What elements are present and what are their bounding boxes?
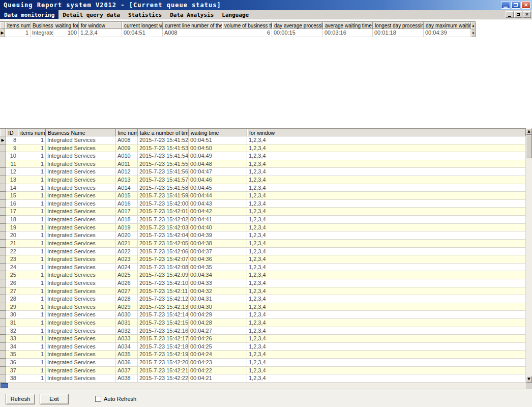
mdi-minimize-button[interactable]	[506, 11, 514, 18]
cell-for-window: 1,2,3,4	[247, 311, 526, 319]
scroll-down-icon[interactable]: ▼	[526, 376, 532, 383]
cell-business-name: Integrated Services	[46, 152, 116, 160]
exit-button[interactable]: Exit	[40, 394, 69, 404]
row-selector	[0, 335, 6, 343]
row-selector	[0, 144, 6, 153]
scroll-down-icon[interactable]: ▼	[471, 30, 476, 37]
menu-item-data-monitoring[interactable]: Data monitoring	[0, 10, 58, 19]
restore-button[interactable]	[511, 1, 520, 9]
queue-row[interactable]: 131Integrated ServicesA0132015-7-23 15:4…	[0, 176, 526, 184]
queue-row[interactable]: 191Integrated ServicesA0192015-7-23 15:4…	[0, 224, 526, 232]
queue-grid-hscrollbar[interactable]	[0, 383, 526, 389]
col-header-day-max-waiting: day maximum waiting tim	[424, 22, 471, 29]
queue-row[interactable]: 181Integrated ServicesA0182015-7-23 15:4…	[0, 216, 526, 224]
hscroll-thumb[interactable]	[1, 383, 8, 388]
cell-id: 22	[6, 248, 18, 256]
cell-business-name: Integrated Services	[46, 255, 116, 264]
queue-row[interactable]: ▶81Integrated ServicesA0082015-7-23 15:4…	[0, 136, 526, 144]
summary-grid-row[interactable]: ▶1Integrated S1001,2,3,400:04:51A008600:…	[0, 29, 476, 37]
cell-take-time: 2015-7-23 15:42:11	[138, 287, 189, 296]
queue-row[interactable]: 201Integrated ServicesA0202015-7-23 15:4…	[0, 231, 526, 240]
cell-for-window: 1,2,3,4	[247, 168, 526, 176]
row-selector	[0, 200, 6, 208]
queue-row[interactable]: 381Integrated ServicesA0382015-7-23 15:4…	[0, 374, 526, 383]
col-header-take-time: take a number of time	[138, 129, 189, 136]
cell-id: 34	[6, 343, 18, 351]
cell-items-number: 1	[18, 374, 46, 383]
cell-items-number: 1	[18, 216, 46, 224]
queue-row[interactable]: 161Integrated ServicesA0162015-7-23 15:4…	[0, 200, 526, 208]
queue-row[interactable]: 171Integrated ServicesA0172015-7-23 15:4…	[0, 208, 526, 216]
auto-refresh-checkbox[interactable]	[95, 396, 101, 402]
menu-item-language[interactable]: Language	[218, 10, 253, 19]
cell-waiting-time: 00:04:48	[189, 160, 247, 168]
cell-items-number: 1	[18, 192, 46, 200]
queue-row[interactable]: 141Integrated ServicesA0142015-7-23 15:4…	[0, 184, 526, 192]
cell-items-number: 1	[18, 224, 46, 232]
queue-row[interactable]: 241Integrated ServicesA0242015-7-23 15:4…	[0, 264, 526, 272]
refresh-button[interactable]: Refresh	[6, 394, 35, 404]
queue-row[interactable]: 371Integrated ServicesA0372015-7-23 15:4…	[0, 367, 526, 375]
col-header-business-name: Business Name	[46, 129, 116, 136]
close-button[interactable]: ×	[521, 1, 530, 9]
cell-id: 29	[6, 303, 18, 311]
row-selector	[0, 279, 6, 287]
cell-day-avg-processing: 00:00:15	[272, 29, 323, 37]
queue-row[interactable]: 321Integrated ServicesA0322015-7-23 15:4…	[0, 327, 526, 335]
col-header-for-window: for window	[247, 129, 526, 136]
row-selector-arrow-icon: ▶	[0, 136, 6, 144]
queue-row[interactable]: 111Integrated ServicesA0112015-7-23 15:4…	[0, 160, 526, 168]
queue-row[interactable]: 351Integrated ServicesA0352015-7-23 15:4…	[0, 351, 526, 359]
queue-row[interactable]: 331Integrated ServicesA0332015-7-23 15:4…	[0, 335, 526, 343]
queue-row[interactable]: 341Integrated ServicesA0342015-7-23 15:4…	[0, 343, 526, 351]
cell-for-window: 1,2,3,4	[247, 279, 526, 287]
cell-business-name: Integrated Services	[46, 160, 116, 168]
queue-row[interactable]: 91Integrated ServicesA0092015-7-23 15:41…	[0, 144, 526, 153]
menu-item-detail-query-data[interactable]: Detail query data	[58, 10, 124, 19]
cell-for-window: 1,2,3,4	[247, 184, 526, 192]
queue-row[interactable]: 221Integrated ServicesA0222015-7-23 15:4…	[0, 248, 526, 256]
queue-row[interactable]: 151Integrated ServicesA0152015-7-23 15:4…	[0, 192, 526, 200]
scroll-up-icon[interactable]: ▲	[471, 22, 476, 30]
cell-current-line-number: A008	[163, 29, 222, 37]
queue-row[interactable]: 261Integrated ServicesA0262015-7-23 15:4…	[0, 279, 526, 287]
scroll-up-icon[interactable]: ▲	[526, 128, 532, 135]
mdi-restore-button[interactable]	[514, 11, 522, 18]
queue-row[interactable]: 211Integrated ServicesA0212015-7-23 15:4…	[0, 240, 526, 248]
queue-row[interactable]: 271Integrated ServicesA0272015-7-23 15:4…	[0, 287, 526, 296]
cell-id: 12	[6, 168, 18, 176]
row-selector	[0, 319, 6, 327]
cell-line-number: A038	[116, 374, 138, 383]
cell-for-window: 1,2,3,4	[247, 200, 526, 208]
queue-row[interactable]: 301Integrated ServicesA0302015-7-23 15:4…	[0, 311, 526, 319]
cell-line-number: A011	[116, 160, 138, 168]
cell-items-number: 1	[18, 327, 46, 335]
queue-row[interactable]: 361Integrated ServicesA0362015-7-23 15:4…	[0, 359, 526, 367]
cell-line-number: A023	[116, 255, 138, 264]
queue-row[interactable]: 291Integrated ServicesA0292015-7-23 15:4…	[0, 303, 526, 311]
row-selector	[0, 367, 6, 375]
queue-row[interactable]: 281Integrated ServicesA0282015-7-23 15:4…	[0, 295, 526, 303]
cell-for-window: 1,2,3,4	[247, 231, 526, 240]
cell-items-number: 1	[18, 295, 46, 303]
cell-id: 33	[6, 335, 18, 343]
cell-take-time: 2015-7-23 15:42:16	[138, 327, 189, 335]
cell-line-number: A020	[116, 231, 138, 240]
menu-item-statistics[interactable]: Statistics	[124, 10, 166, 19]
cell-waiting-time: 00:04:22	[189, 367, 247, 375]
cell-day-max-waiting: 00:04:39	[424, 29, 471, 37]
queue-row[interactable]: 311Integrated ServicesA0312015-7-23 15:4…	[0, 319, 526, 327]
queue-row[interactable]: 101Integrated ServicesA0102015-7-23 15:4…	[0, 152, 526, 160]
queue-grid-vscrollbar[interactable]: ▲ ▼	[526, 128, 532, 383]
vscroll-thumb[interactable]	[526, 135, 532, 158]
queue-row[interactable]: 231Integrated ServicesA0232015-7-23 15:4…	[0, 255, 526, 264]
cell-for-window: 1,2,3,4	[247, 295, 526, 303]
cell-waiting-time: 00:04:24	[189, 351, 247, 359]
minimize-button[interactable]	[501, 1, 510, 9]
mdi-close-button[interactable]: ×	[523, 11, 531, 18]
cell-avg-waiting-time: 00:03:16	[323, 29, 373, 37]
queue-row[interactable]: 251Integrated ServicesA0252015-7-23 15:4…	[0, 271, 526, 279]
queue-row[interactable]: 121Integrated ServicesA0122015-7-23 15:4…	[0, 168, 526, 176]
mdi-minimize-icon	[508, 16, 511, 17]
menu-item-data-analysis[interactable]: Data Analysis	[166, 10, 218, 19]
